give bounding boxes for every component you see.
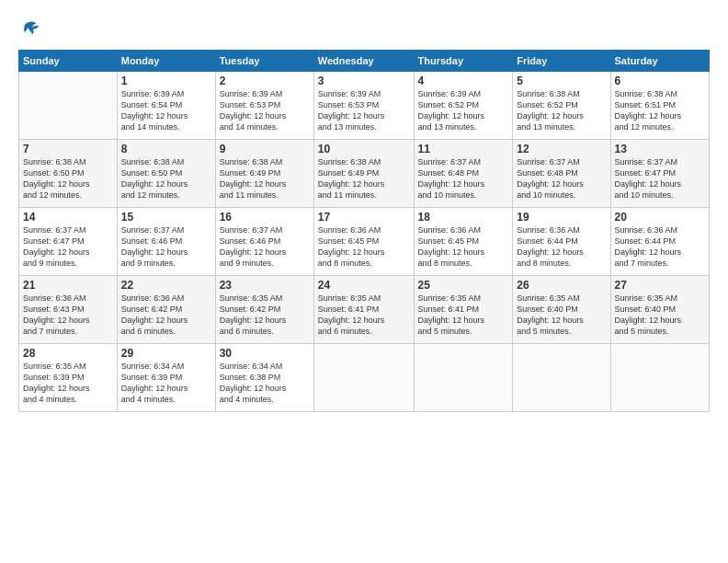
weekday-header-monday: Monday (117, 51, 215, 72)
day-info: Sunrise: 6:35 AM Sunset: 6:41 PM Dayligh… (318, 293, 410, 338)
calendar-row: 21Sunrise: 6:36 AM Sunset: 6:43 PM Dayli… (19, 276, 710, 344)
day-info: Sunrise: 6:36 AM Sunset: 6:44 PM Dayligh… (517, 224, 606, 270)
day-number: 16 (220, 211, 310, 224)
calendar-page: SundayMondayTuesdayWednesdayThursdayFrid… (0, 0, 728, 563)
day-number: 3 (318, 75, 410, 87)
day-info: Sunrise: 6:37 AM Sunset: 6:46 PM Dayligh… (121, 224, 211, 270)
day-info: Sunrise: 6:36 AM Sunset: 6:43 PM Dayligh… (23, 293, 113, 338)
day-info: Sunrise: 6:38 AM Sunset: 6:50 PM Dayligh… (23, 156, 113, 201)
day-info: Sunrise: 6:34 AM Sunset: 6:38 PM Dayligh… (220, 361, 310, 406)
day-number: 4 (418, 75, 509, 87)
day-info: Sunrise: 6:39 AM Sunset: 6:52 PM Dayligh… (418, 88, 509, 133)
day-info: Sunrise: 6:36 AM Sunset: 6:45 PM Dayligh… (318, 224, 410, 270)
day-number: 18 (418, 211, 509, 224)
calendar-row: 14Sunrise: 6:37 AM Sunset: 6:47 PM Dayli… (19, 208, 710, 276)
day-number: 13 (615, 143, 705, 155)
weekday-header-row: SundayMondayTuesdayWednesdayThursdayFrid… (19, 51, 710, 72)
day-info: Sunrise: 6:35 AM Sunset: 6:40 PM Dayligh… (517, 293, 606, 338)
calendar-cell: 1Sunrise: 6:39 AM Sunset: 6:54 PM Daylig… (117, 72, 215, 140)
day-number: 5 (517, 75, 606, 87)
day-info: Sunrise: 6:36 AM Sunset: 6:45 PM Dayligh… (418, 224, 509, 270)
day-info: Sunrise: 6:39 AM Sunset: 6:53 PM Dayligh… (318, 88, 410, 133)
day-number: 20 (615, 211, 705, 224)
calendar-row: 7Sunrise: 6:38 AM Sunset: 6:50 PM Daylig… (19, 140, 710, 208)
calendar-cell: 16Sunrise: 6:37 AM Sunset: 6:46 PM Dayli… (215, 208, 313, 276)
day-number: 22 (121, 279, 211, 292)
day-number: 27 (615, 279, 705, 292)
day-number: 7 (23, 143, 113, 155)
day-info: Sunrise: 6:37 AM Sunset: 6:48 PM Dayligh… (517, 156, 606, 201)
day-info: Sunrise: 6:37 AM Sunset: 6:47 PM Dayligh… (615, 156, 705, 201)
day-number: 2 (220, 75, 310, 87)
calendar-cell: 20Sunrise: 6:36 AM Sunset: 6:44 PM Dayli… (610, 208, 709, 276)
calendar-cell: 21Sunrise: 6:36 AM Sunset: 6:43 PM Dayli… (19, 276, 118, 344)
day-number: 30 (220, 347, 310, 360)
calendar-cell (313, 344, 414, 412)
day-number: 6 (615, 75, 705, 87)
calendar-cell (19, 72, 118, 140)
day-number: 8 (121, 143, 211, 155)
day-number: 23 (220, 279, 310, 292)
calendar-table: SundayMondayTuesdayWednesdayThursdayFrid… (18, 50, 710, 412)
day-number: 28 (23, 347, 113, 360)
day-number: 14 (23, 211, 113, 224)
calendar-cell: 9Sunrise: 6:38 AM Sunset: 6:49 PM Daylig… (215, 140, 313, 208)
weekday-header-friday: Friday (513, 51, 610, 72)
calendar-cell: 6Sunrise: 6:38 AM Sunset: 6:51 PM Daylig… (610, 72, 709, 140)
calendar-cell: 28Sunrise: 6:35 AM Sunset: 6:39 PM Dayli… (19, 344, 118, 412)
day-number: 11 (418, 143, 509, 155)
day-info: Sunrise: 6:38 AM Sunset: 6:51 PM Dayligh… (615, 88, 705, 133)
calendar-cell: 17Sunrise: 6:36 AM Sunset: 6:45 PM Dayli… (313, 208, 414, 276)
calendar-cell: 27Sunrise: 6:35 AM Sunset: 6:40 PM Dayli… (610, 276, 709, 344)
weekday-header-sunday: Sunday (19, 51, 118, 72)
calendar-cell: 7Sunrise: 6:38 AM Sunset: 6:50 PM Daylig… (19, 140, 118, 208)
calendar-cell: 26Sunrise: 6:35 AM Sunset: 6:40 PM Dayli… (513, 276, 610, 344)
day-number: 10 (318, 143, 410, 155)
calendar-cell: 15Sunrise: 6:37 AM Sunset: 6:46 PM Dayli… (117, 208, 215, 276)
calendar-cell: 14Sunrise: 6:37 AM Sunset: 6:47 PM Dayli… (19, 208, 118, 276)
calendar-cell: 8Sunrise: 6:38 AM Sunset: 6:50 PM Daylig… (117, 140, 215, 208)
day-info: Sunrise: 6:36 AM Sunset: 6:42 PM Dayligh… (121, 293, 211, 338)
day-info: Sunrise: 6:35 AM Sunset: 6:40 PM Dayligh… (615, 293, 705, 338)
day-info: Sunrise: 6:39 AM Sunset: 6:54 PM Dayligh… (121, 88, 211, 133)
day-info: Sunrise: 6:37 AM Sunset: 6:48 PM Dayligh… (418, 156, 509, 201)
calendar-cell (513, 344, 610, 412)
calendar-cell (610, 344, 709, 412)
day-info: Sunrise: 6:38 AM Sunset: 6:49 PM Dayligh… (318, 156, 410, 201)
weekday-header-wednesday: Wednesday (313, 51, 414, 72)
day-number: 1 (121, 75, 211, 87)
day-number: 17 (318, 211, 410, 224)
calendar-cell: 12Sunrise: 6:37 AM Sunset: 6:48 PM Dayli… (513, 140, 610, 208)
header (18, 17, 710, 42)
calendar-cell: 2Sunrise: 6:39 AM Sunset: 6:53 PM Daylig… (215, 72, 313, 140)
logo (18, 17, 48, 42)
day-info: Sunrise: 6:37 AM Sunset: 6:47 PM Dayligh… (23, 224, 113, 270)
calendar-cell: 13Sunrise: 6:37 AM Sunset: 6:47 PM Dayli… (610, 140, 709, 208)
calendar-cell: 19Sunrise: 6:36 AM Sunset: 6:44 PM Dayli… (513, 208, 610, 276)
day-info: Sunrise: 6:35 AM Sunset: 6:42 PM Dayligh… (220, 293, 310, 338)
calendar-cell: 23Sunrise: 6:35 AM Sunset: 6:42 PM Dayli… (215, 276, 313, 344)
calendar-cell: 4Sunrise: 6:39 AM Sunset: 6:52 PM Daylig… (414, 72, 513, 140)
calendar-cell: 29Sunrise: 6:34 AM Sunset: 6:39 PM Dayli… (117, 344, 215, 412)
day-info: Sunrise: 6:38 AM Sunset: 6:52 PM Dayligh… (517, 88, 606, 133)
calendar-cell: 18Sunrise: 6:36 AM Sunset: 6:45 PM Dayli… (414, 208, 513, 276)
calendar-cell: 24Sunrise: 6:35 AM Sunset: 6:41 PM Dayli… (313, 276, 414, 344)
calendar-cell: 25Sunrise: 6:35 AM Sunset: 6:41 PM Dayli… (414, 276, 513, 344)
calendar-cell: 22Sunrise: 6:36 AM Sunset: 6:42 PM Dayli… (117, 276, 215, 344)
day-number: 12 (517, 143, 606, 155)
logo-icon (18, 17, 44, 42)
day-number: 29 (121, 347, 211, 360)
calendar-cell: 10Sunrise: 6:38 AM Sunset: 6:49 PM Dayli… (313, 140, 414, 208)
day-info: Sunrise: 6:35 AM Sunset: 6:39 PM Dayligh… (23, 361, 113, 406)
day-info: Sunrise: 6:37 AM Sunset: 6:46 PM Dayligh… (220, 224, 310, 270)
calendar-row: 28Sunrise: 6:35 AM Sunset: 6:39 PM Dayli… (19, 344, 710, 412)
day-info: Sunrise: 6:39 AM Sunset: 6:53 PM Dayligh… (220, 88, 310, 133)
weekday-header-saturday: Saturday (610, 51, 709, 72)
calendar-cell: 3Sunrise: 6:39 AM Sunset: 6:53 PM Daylig… (313, 72, 414, 140)
day-info: Sunrise: 6:38 AM Sunset: 6:50 PM Dayligh… (121, 156, 211, 201)
calendar-cell: 30Sunrise: 6:34 AM Sunset: 6:38 PM Dayli… (215, 344, 313, 412)
weekday-header-thursday: Thursday (414, 51, 513, 72)
calendar-cell (414, 344, 513, 412)
day-info: Sunrise: 6:36 AM Sunset: 6:44 PM Dayligh… (615, 224, 705, 270)
calendar-row: 1Sunrise: 6:39 AM Sunset: 6:54 PM Daylig… (19, 72, 710, 140)
